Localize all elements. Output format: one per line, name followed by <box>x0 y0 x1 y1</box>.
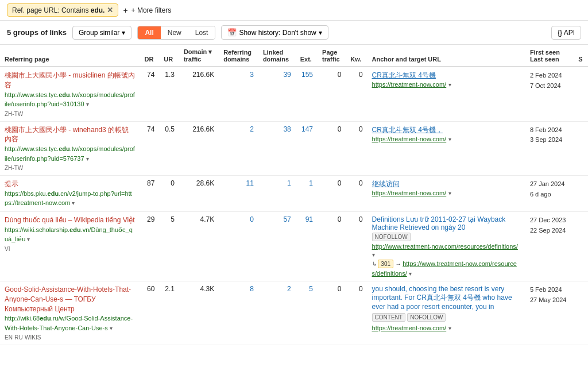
table-row: 桃園市上大國民小學 - winehand3 的帳號內容 http://www.s… <box>0 121 588 176</box>
ur-cell: 0.5 <box>159 121 179 176</box>
page-url[interactable]: http://wiki.68edu.ru/w/Good-Solid-Assist… <box>5 314 136 333</box>
table-row: 桃園市上大國民小學 - musiclinen 的帳號內容 http://www.… <box>0 67 588 121</box>
col-header-linked-domains[interactable]: Linkeddomains <box>258 45 296 67</box>
kw-cell: 0 <box>346 121 367 176</box>
group-similar-label: Group similar <box>79 29 119 37</box>
kw-cell: 0 <box>346 176 367 212</box>
kw-cell: 0 <box>346 67 367 121</box>
chevron-down-icon: ▾ <box>319 29 322 37</box>
anchor-text[interactable]: CR真北斗無双 4号機 <box>372 71 436 79</box>
chevron-down-icon: ▾ <box>448 82 451 88</box>
referring-domains-cell[interactable]: 8 <box>219 281 258 345</box>
api-button[interactable]: {} API <box>551 26 581 40</box>
chevron-down-icon: ▾ <box>448 136 451 142</box>
group-similar-button[interactable]: Group similar ▾ <box>72 26 131 40</box>
redirect-url[interactable]: https://www.treatment-now.com/resources/… <box>372 260 517 277</box>
more-filters-label: + More filters <box>131 6 172 14</box>
col-header-ext[interactable]: Ext. <box>296 45 318 67</box>
more-filters-button[interactable]: + + More filters <box>123 6 171 15</box>
linked-domains-cell[interactable]: 39 <box>258 67 296 121</box>
page-title-text: 桃園市上大國民小學 - winehand3 的帳號內容 <box>5 125 136 145</box>
table-row: Dùng thuốc quá liều – Wikipedia tiếng Vi… <box>0 211 588 281</box>
kw-cell: 0 <box>346 281 367 345</box>
col-header-dr[interactable]: DR <box>140 45 160 67</box>
col-header-kw[interactable]: Kw. <box>346 45 367 67</box>
history-label: Show history: Don't show <box>239 29 316 37</box>
referring-page-cell: Dùng thuốc quá liều – Wikipedia tiếng Vi… <box>0 211 140 281</box>
dates-cell: 2 Feb 20247 Oct 2024 <box>525 67 574 121</box>
anchor-url[interactable]: https://treatment-now.com/ <box>372 325 447 331</box>
page-title-text: Good-Solid-Assistance-With-Hotels-That-A… <box>5 285 136 314</box>
dates-cell: 8 Feb 20243 Sep 2024 <box>525 121 574 176</box>
tab-new[interactable]: New <box>161 26 188 39</box>
referring-domains-cell[interactable]: 0 <box>219 211 258 281</box>
s-cell <box>574 121 588 176</box>
toolbar: 5 groups of links Group similar ▾ All Ne… <box>0 21 588 45</box>
dr-cell: 60 <box>140 281 160 345</box>
show-history-button[interactable]: 📅 Show history: Don't show ▾ <box>221 25 328 40</box>
dr-cell: 74 <box>140 121 160 176</box>
tab-lost[interactable]: Lost <box>188 26 215 39</box>
dates-cell: 27 Jan 20246 d ago <box>525 176 574 212</box>
col-header-ur[interactable]: UR <box>159 45 179 67</box>
anchor-text[interactable]: CR真北斗無双 4号機， <box>372 126 443 134</box>
content-badge: CONTENT <box>372 313 405 322</box>
col-header-referring-domains[interactable]: Referringdomains <box>219 45 258 67</box>
ur-cell: 1.3 <box>159 67 179 121</box>
groups-count-label: 5 groups of links <box>7 28 67 37</box>
anchor-text: Definitions Lưu trữ 2011-02-27 tại Wayba… <box>372 215 506 231</box>
referring-page-cell: 桃園市上大國民小學 - winehand3 的帳號內容 http://www.s… <box>0 121 140 176</box>
tab-group: All New Lost <box>137 26 215 40</box>
close-icon[interactable]: ✕ <box>107 6 113 14</box>
s-cell <box>574 211 588 281</box>
ur-cell: 2.1 <box>159 281 179 345</box>
anchor-cell: CR真北斗無双 4号機， https://treatment-now.com/ … <box>368 121 525 176</box>
page-url[interactable]: http://www.stes.tyc.edu.tw/xoops/modules… <box>5 144 136 163</box>
tab-all[interactable]: All <box>138 26 160 39</box>
page-traffic-cell: 0 <box>318 121 346 176</box>
ext-cell[interactable]: 155 <box>296 67 318 121</box>
api-label: {} API <box>558 29 575 37</box>
table-row: Good-Solid-Assistance-With-Hotels-That-A… <box>0 281 588 345</box>
referring-domains-cell[interactable]: 3 <box>219 67 258 121</box>
linked-domains-cell[interactable]: 1 <box>258 176 296 212</box>
referring-domains-cell[interactable]: 2 <box>219 121 258 176</box>
anchor-url[interactable]: https://treatment-now.com/ <box>372 190 447 196</box>
ext-cell[interactable]: 1 <box>296 176 318 212</box>
ext-cell[interactable]: 147 <box>296 121 318 176</box>
anchor-url[interactable]: http://www.treatment-now.com/resources/d… <box>372 243 518 250</box>
page-title-text: 提示 <box>5 179 136 189</box>
linked-domains-cell[interactable]: 38 <box>258 121 296 176</box>
page-url[interactable]: http://www.stes.tyc.edu.tw/xoops/modules… <box>5 90 136 109</box>
ext-cell[interactable]: 91 <box>296 211 318 281</box>
dates-cell: 5 Feb 202427 May 2024 <box>525 281 574 345</box>
referring-page-cell: Good-Solid-Assistance-With-Hotels-That-A… <box>0 281 140 345</box>
table-row: 提示 https://bbs.pku.edu.cn/v2/jump-to.php… <box>0 176 588 212</box>
referring-domains-cell[interactable]: 11 <box>219 176 258 212</box>
ur-cell: 5 <box>159 211 179 281</box>
col-header-s: S <box>574 45 588 67</box>
page-url[interactable]: https://bbs.pku.edu.cn/v2/jump-to.php?ur… <box>5 189 136 208</box>
page-traffic-cell: 0 <box>318 67 346 121</box>
chevron-down-icon: ▾ <box>372 252 375 258</box>
anchor-text[interactable]: 继续访问 <box>372 180 400 188</box>
filter-tag[interactable]: Ref. page URL: Contains edu. ✕ <box>7 3 118 17</box>
dr-cell: 29 <box>140 211 160 281</box>
anchor-url[interactable]: https://treatment-now.com/ <box>372 81 447 88</box>
col-header-page-traffic[interactable]: Pagetraffic <box>318 45 346 67</box>
anchor-cell: Definitions Lưu trữ 2011-02-27 tại Wayba… <box>368 211 525 281</box>
anchor-text: you should, choosing the best resort is … <box>372 285 512 311</box>
page-title-text: 桃園市上大國民小學 - musiclinen 的帳號內容 <box>5 71 136 90</box>
anchor-url[interactable]: https://treatment-now.com/ <box>372 136 447 142</box>
table-wrap: Referring page DR UR Domain ▾traffic Ref… <box>0 45 588 345</box>
ext-cell[interactable]: 5 <box>296 281 318 345</box>
page-url[interactable]: https://wiki.scholarship.edu.vn/Dùng_thu… <box>5 225 136 244</box>
domain-traffic-cell: 4.7K <box>179 211 219 281</box>
col-header-domain-traffic[interactable]: Domain ▾traffic <box>179 45 219 67</box>
domain-traffic-cell: 28.6K <box>179 176 219 212</box>
linked-domains-cell[interactable]: 57 <box>258 211 296 281</box>
dr-cell: 87 <box>140 176 160 212</box>
kw-cell: 0 <box>346 211 367 281</box>
chevron-down-icon: ▾ <box>448 190 451 196</box>
linked-domains-cell[interactable]: 2 <box>258 281 296 345</box>
